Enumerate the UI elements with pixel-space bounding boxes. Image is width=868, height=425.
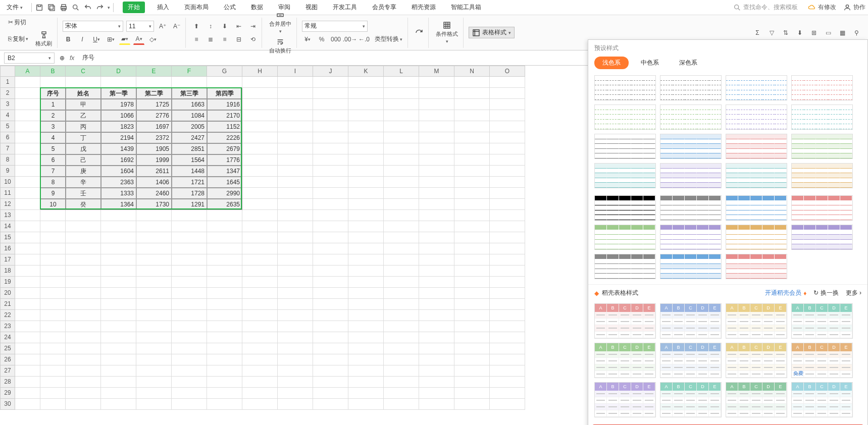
cell[interactable]: 1364 xyxy=(101,199,136,210)
cell[interactable]: 乙 xyxy=(66,110,101,121)
cell[interactable] xyxy=(242,99,278,110)
cell[interactable]: 第三季 xyxy=(172,88,207,99)
cell[interactable] xyxy=(15,265,40,277)
cell[interactable] xyxy=(419,399,454,410)
cell[interactable] xyxy=(66,321,101,332)
cell[interactable] xyxy=(313,177,348,188)
cell[interactable] xyxy=(40,243,66,254)
cell[interactable] xyxy=(490,265,525,277)
cell[interactable] xyxy=(207,343,242,354)
cell[interactable] xyxy=(419,288,454,299)
cell[interactable] xyxy=(454,399,490,410)
cell[interactable]: 1439 xyxy=(101,143,136,154)
style-thumbnail[interactable] xyxy=(726,163,787,188)
cell[interactable]: 庚 xyxy=(66,166,101,177)
redo-icon[interactable] xyxy=(95,3,105,12)
cell[interactable] xyxy=(348,99,384,110)
cell[interactable] xyxy=(278,166,313,177)
col-header-L[interactable]: L xyxy=(384,66,419,77)
cell[interactable] xyxy=(419,377,454,388)
align-center-icon[interactable]: ≣ xyxy=(205,34,216,45)
cell[interactable] xyxy=(490,254,525,265)
cell[interactable] xyxy=(313,288,348,299)
style-thumbnail[interactable] xyxy=(660,134,722,159)
cell[interactable] xyxy=(313,365,348,377)
cell[interactable] xyxy=(242,243,278,254)
style-thumbnail[interactable] xyxy=(726,75,787,100)
cell[interactable]: 2005 xyxy=(172,121,207,132)
row-header[interactable]: 13 xyxy=(0,210,15,221)
cell[interactable] xyxy=(348,221,384,232)
cell[interactable] xyxy=(384,265,419,277)
cell[interactable] xyxy=(207,332,242,343)
tab-开始[interactable]: 开始 xyxy=(123,2,145,13)
cell[interactable]: 2170 xyxy=(207,110,242,121)
cell[interactable] xyxy=(15,288,40,299)
cell[interactable]: 10 xyxy=(40,199,66,210)
col-header-J[interactable]: J xyxy=(313,66,348,77)
style-thumbnail[interactable] xyxy=(791,75,853,100)
cell[interactable] xyxy=(136,254,172,265)
cell[interactable] xyxy=(384,143,419,154)
cell[interactable] xyxy=(384,121,419,132)
cell[interactable] xyxy=(348,277,384,288)
cell[interactable] xyxy=(15,299,40,310)
decrease-font-icon[interactable]: A⁻ xyxy=(171,21,182,32)
increase-font-icon[interactable]: A⁺ xyxy=(157,21,168,32)
cell[interactable] xyxy=(278,310,313,321)
tab-公式[interactable]: 公式 xyxy=(221,2,239,13)
docer-thumbnail[interactable]: ABCDE xyxy=(660,382,722,410)
name-box[interactable]: B2▾ xyxy=(4,52,55,64)
cell[interactable] xyxy=(15,143,40,154)
cell[interactable] xyxy=(490,232,525,243)
cell[interactable] xyxy=(454,221,490,232)
cell[interactable]: 1721 xyxy=(172,177,207,188)
cell[interactable] xyxy=(172,399,207,410)
cell[interactable] xyxy=(15,243,40,254)
cell[interactable] xyxy=(384,77,419,88)
cell[interactable] xyxy=(490,154,525,166)
cell[interactable] xyxy=(40,299,66,310)
cell[interactable] xyxy=(490,221,525,232)
cell[interactable] xyxy=(242,121,278,132)
cell[interactable] xyxy=(454,199,490,210)
cell[interactable]: 1999 xyxy=(136,154,172,166)
cell[interactable]: 1728 xyxy=(172,188,207,199)
cell[interactable] xyxy=(313,399,348,410)
increase-decimal-icon[interactable]: .00→ xyxy=(344,34,355,45)
cell[interactable] xyxy=(101,221,136,232)
format-painter-button[interactable]: 格式刷 xyxy=(33,30,54,48)
cell[interactable] xyxy=(15,99,40,110)
cell[interactable] xyxy=(454,365,490,377)
row-header[interactable]: 16 xyxy=(0,243,15,254)
row-header[interactable]: 3 xyxy=(0,99,15,110)
cell[interactable] xyxy=(15,310,40,321)
row-header[interactable]: 2 xyxy=(0,88,15,99)
cell[interactable] xyxy=(15,88,40,99)
style-thumbnail[interactable] xyxy=(726,104,787,130)
cell[interactable] xyxy=(419,310,454,321)
cell[interactable] xyxy=(348,88,384,99)
cell[interactable] xyxy=(490,77,525,88)
qat-dropdown-icon[interactable]: ▾ xyxy=(108,5,110,10)
cell[interactable] xyxy=(419,177,454,188)
font-size-select[interactable]: 11▾ xyxy=(126,21,154,32)
cell[interactable] xyxy=(40,321,66,332)
cell[interactable] xyxy=(207,210,242,221)
cell[interactable] xyxy=(242,332,278,343)
cell[interactable] xyxy=(278,321,313,332)
cell[interactable] xyxy=(384,166,419,177)
cell[interactable] xyxy=(172,254,207,265)
cell[interactable] xyxy=(15,154,40,166)
cell[interactable] xyxy=(348,243,384,254)
cell[interactable] xyxy=(278,99,313,110)
cell[interactable] xyxy=(242,310,278,321)
row-header[interactable]: 11 xyxy=(0,188,15,199)
underline-button[interactable]: U▾ xyxy=(91,34,102,45)
docer-thumbnail[interactable]: ABCDE xyxy=(594,343,656,378)
cell[interactable] xyxy=(384,277,419,288)
cell[interactable] xyxy=(454,377,490,388)
cell[interactable] xyxy=(348,388,384,399)
align-left-icon[interactable]: ≡ xyxy=(191,34,202,45)
cell[interactable] xyxy=(15,121,40,132)
